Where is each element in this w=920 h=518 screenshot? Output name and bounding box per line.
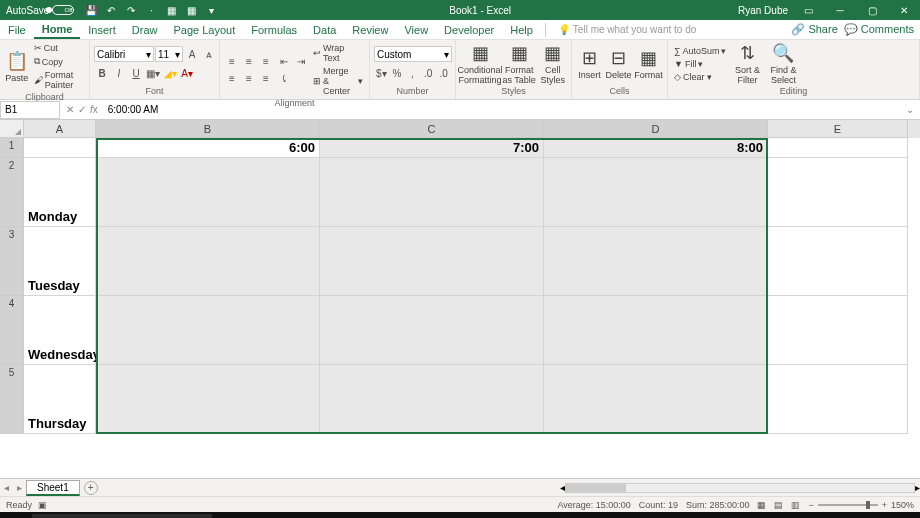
zoom-out-icon[interactable]: − [808, 500, 813, 510]
tab-home[interactable]: Home [34, 20, 81, 39]
vivaldi-icon[interactable]: ◑ [394, 513, 422, 518]
font-size-combo[interactable]: 11▾ [155, 46, 183, 62]
align-top-icon[interactable]: ≡ [224, 53, 240, 69]
zoom-slider[interactable] [818, 504, 878, 506]
col-header-e[interactable]: E [768, 120, 908, 138]
qat-btn1-icon[interactable]: ▦ [164, 3, 178, 17]
cell-b2[interactable] [96, 158, 320, 227]
user-name[interactable]: Ryan Dube [738, 5, 788, 16]
sheet-tab-1[interactable]: Sheet1 [26, 480, 80, 496]
task-view-icon[interactable]: ▭ [244, 513, 272, 518]
cell-c5[interactable] [320, 365, 544, 434]
paste-button[interactable]: 📋Paste [4, 50, 30, 83]
fx-icon[interactable]: fx [90, 104, 98, 115]
macro-record-icon[interactable]: ▣ [38, 500, 47, 510]
start-button[interactable]: ⊞ [2, 513, 30, 518]
view-page-break-icon[interactable]: ▥ [791, 500, 800, 510]
cell-a4[interactable]: Wednesday [24, 296, 96, 365]
cell-c4[interactable] [320, 296, 544, 365]
name-box[interactable]: B1 [0, 101, 60, 119]
cell-b3[interactable] [96, 227, 320, 296]
orientation-icon[interactable]: ⤹ [276, 70, 292, 86]
sheet-nav-next-icon[interactable]: ▸ [13, 482, 26, 493]
col-header-d[interactable]: D [544, 120, 768, 138]
increase-font-icon[interactable]: A [184, 46, 200, 62]
tab-page-layout[interactable]: Page Layout [165, 20, 243, 39]
number-format-combo[interactable]: Custom▾ [374, 46, 452, 62]
chrome-icon[interactable]: ◉ [424, 513, 452, 518]
zoom-in-icon[interactable]: + [882, 500, 887, 510]
share-button[interactable]: 🔗 Share [791, 23, 837, 36]
excel-icon[interactable]: X [484, 513, 512, 518]
cell-d4[interactable] [544, 296, 768, 365]
format-painter-button[interactable]: 🖌 Format Painter [32, 69, 85, 91]
align-middle-icon[interactable]: ≡ [241, 53, 257, 69]
view-page-layout-icon[interactable]: ▤ [774, 500, 783, 510]
tab-help[interactable]: Help [502, 20, 541, 39]
zoom-level[interactable]: 150% [891, 500, 914, 510]
cell-a1[interactable] [24, 138, 96, 158]
cell-c2[interactable] [320, 158, 544, 227]
currency-icon[interactable]: $▾ [374, 65, 389, 81]
cut-button[interactable]: ✂ Cut [32, 42, 85, 54]
edge-icon[interactable]: e [274, 513, 302, 518]
cell-d5[interactable] [544, 365, 768, 434]
close-icon[interactable]: ✕ [892, 1, 916, 19]
autosum-button[interactable]: ∑ AutoSum ▾ [672, 45, 728, 57]
increase-indent-icon[interactable]: ⇥ [293, 53, 309, 69]
cell-a2[interactable]: Monday [24, 158, 96, 227]
undo-icon[interactable]: ↶ [104, 3, 118, 17]
redo-icon[interactable]: ↷ [124, 3, 138, 17]
cell-c1[interactable]: 7:00 [320, 138, 544, 158]
tab-review[interactable]: Review [344, 20, 396, 39]
scroll-right-icon[interactable]: ▸ [915, 482, 920, 493]
qat-btn2-icon[interactable]: ▦ [184, 3, 198, 17]
horizontal-scrollbar[interactable]: ◂ ▸ [560, 482, 920, 494]
find-select-button[interactable]: 🔍Find & Select [766, 42, 800, 85]
cell-e5[interactable] [768, 365, 908, 434]
select-all-cell[interactable] [0, 120, 24, 138]
row-header-2[interactable]: 2 [0, 158, 24, 227]
cell-e1[interactable] [768, 138, 908, 158]
cell-c3[interactable] [320, 227, 544, 296]
row-header-3[interactable]: 3 [0, 227, 24, 296]
tab-draw[interactable]: Draw [124, 20, 166, 39]
col-header-b[interactable]: B [96, 120, 320, 138]
ribbon-display-icon[interactable]: ▭ [796, 1, 820, 19]
cell-a5[interactable]: Thursday [24, 365, 96, 434]
cortana-icon[interactable]: ○ [214, 513, 242, 518]
font-color-icon[interactable]: A▾ [179, 65, 195, 81]
border-icon[interactable]: ▦▾ [145, 65, 161, 81]
row-header-1[interactable]: 1 [0, 138, 24, 158]
fill-color-icon[interactable]: ◢▾ [162, 65, 178, 81]
qat-more-icon[interactable]: ▾ [204, 3, 218, 17]
cell-d2[interactable] [544, 158, 768, 227]
format-cells-button[interactable]: ▦Format [634, 47, 663, 80]
align-left-icon[interactable]: ≡ [224, 70, 240, 86]
save-icon[interactable]: 💾 [84, 3, 98, 17]
cell-e3[interactable] [768, 227, 908, 296]
cell-b5[interactable] [96, 365, 320, 434]
format-as-table-button[interactable]: ▦Format as Table [502, 42, 536, 85]
decrease-indent-icon[interactable]: ⇤ [276, 53, 292, 69]
align-center-icon[interactable]: ≡ [241, 70, 257, 86]
fill-button[interactable]: ▼ Fill ▾ [672, 58, 728, 70]
tab-file[interactable]: File [0, 20, 34, 39]
enter-formula-icon[interactable]: ✓ [78, 104, 86, 115]
maximize-icon[interactable]: ▢ [860, 1, 884, 19]
sort-filter-button[interactable]: ⇅Sort & Filter [730, 42, 764, 85]
taskbar-search[interactable]: ⌕ Type here to search [32, 514, 212, 518]
percent-icon[interactable]: % [390, 65, 405, 81]
store-icon[interactable]: 🛍 [334, 513, 362, 518]
align-bottom-icon[interactable]: ≡ [258, 53, 274, 69]
expand-formula-bar-icon[interactable]: ⌄ [900, 104, 920, 115]
copy-button[interactable]: ⧉ Copy [32, 55, 85, 68]
formula-input[interactable]: 6:00:00 AM [104, 104, 900, 115]
cell-d1[interactable]: 8:00 [544, 138, 768, 158]
file-explorer-icon[interactable]: 📁 [304, 513, 332, 518]
view-normal-icon[interactable]: ▦ [757, 500, 766, 510]
bold-icon[interactable]: B [94, 65, 110, 81]
decrease-font-icon[interactable]: ᴀ [201, 46, 217, 62]
comma-icon[interactable]: , [405, 65, 420, 81]
italic-icon[interactable]: I [111, 65, 127, 81]
